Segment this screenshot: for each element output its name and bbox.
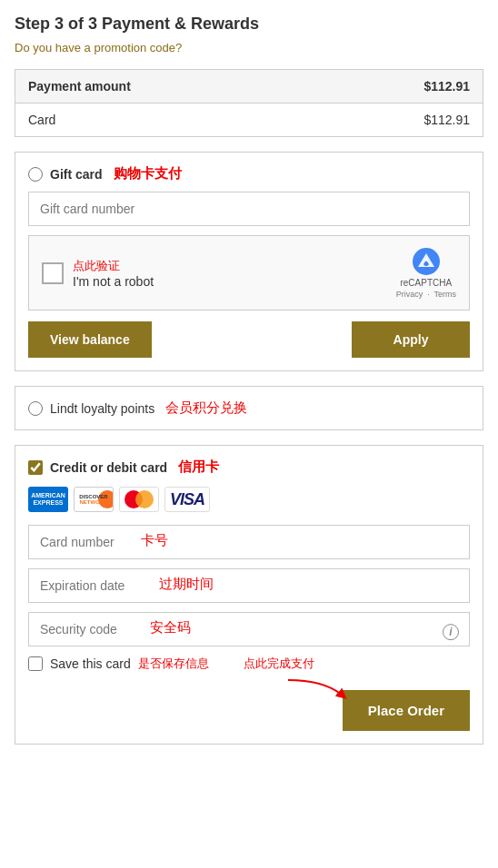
recaptcha-right: reCAPTCHA Privacy · Terms [396, 247, 456, 299]
security-code-field-container: 安全码 i [28, 612, 470, 656]
place-order-button[interactable]: Place Order [343, 690, 470, 731]
payment-summary: Payment amount $112.91 Card $112.91 [15, 69, 483, 137]
expiry-chinese: 过期时间 [159, 576, 214, 593]
save-card-chinese: 是否保存信息 [138, 656, 209, 672]
apply-button[interactable]: Apply [352, 321, 470, 358]
loyalty-label: Lindt loyalty points [50, 401, 154, 416]
recaptcha-left: 点此验证 I'm not a robot [42, 258, 154, 289]
loyalty-row: Lindt loyalty points 会员积分兑换 [28, 399, 470, 417]
gift-card-label: Gift card [50, 167, 103, 182]
recaptcha-links: Privacy · Terms [396, 290, 456, 299]
security-info-icon[interactable]: i [443, 624, 459, 640]
gift-card-section: Gift card 购物卡支付 点此验证 I'm not a robot reC… [15, 152, 483, 371]
save-card-label: Save this card [50, 656, 131, 671]
save-card-row: Save this card 是否保存信息 点此完成支付 [28, 656, 470, 672]
view-balance-button[interactable]: View balance [28, 321, 152, 358]
credit-card-checkbox[interactable] [28, 460, 43, 475]
gift-card-chinese: 购物卡支付 [114, 165, 182, 182]
page-title: Step 3 of 3 Payment & Rewards [15, 15, 483, 34]
complete-payment-chinese: 点此完成支付 [244, 656, 314, 672]
security-code-input[interactable] [28, 612, 470, 646]
gift-card-input[interactable] [28, 192, 470, 226]
save-card-checkbox[interactable] [28, 656, 43, 671]
recaptcha-text-block: 点此验证 I'm not a robot [73, 258, 154, 289]
visa-logo-icon: VISA [164, 487, 210, 512]
arrow-icon [279, 676, 352, 703]
credit-card-label: Credit or debit card [50, 460, 167, 475]
recaptcha-checkbox[interactable] [42, 262, 64, 284]
card-amount: $112.91 [423, 113, 470, 127]
payment-summary-header: Payment amount $112.91 [15, 70, 483, 104]
gift-card-radio-label: Gift card 购物卡支付 [28, 165, 470, 182]
recaptcha-box[interactable]: 点此验证 I'm not a robot reCAPTCHA Privacy ·… [28, 235, 470, 311]
place-order-row: Place Order [28, 685, 470, 731]
payment-amount-label: Payment amount [28, 79, 131, 94]
credit-card-section: Credit or debit card 信用卡 AMERICANEXPRESS… [15, 445, 483, 745]
recaptcha-verify-label: 点此验证 [73, 258, 154, 274]
card-label: Card [28, 113, 55, 127]
recaptcha-brand-text: reCAPTCHA [400, 278, 452, 288]
credit-card-chinese: 信用卡 [178, 459, 219, 476]
card-number-field-container: 卡号 [28, 525, 470, 568]
expiry-input[interactable] [28, 568, 470, 603]
expiry-field-container: 过期时间 [28, 568, 470, 612]
recaptcha-terms-link[interactable]: Terms [434, 290, 457, 299]
recaptcha-logo-icon [412, 247, 441, 276]
recaptcha-not-robot: I'm not a robot [73, 274, 154, 289]
payment-amount-value: $112.91 [423, 79, 470, 94]
loyalty-section: Lindt loyalty points 会员积分兑换 [15, 386, 483, 430]
card-logos: AMERICANEXPRESS DISCOVERNETWORK VISA [28, 487, 470, 512]
loyalty-radio[interactable] [28, 401, 43, 416]
gift-card-radio[interactable] [28, 167, 43, 182]
promo-link[interactable]: Do you have a promotion code? [15, 41, 483, 54]
card-number-input[interactable] [28, 525, 470, 559]
loyalty-chinese: 会员积分兑换 [165, 399, 247, 417]
recaptcha-privacy-link[interactable]: Privacy [396, 290, 423, 299]
security-code-chinese: 安全码 [150, 619, 191, 636]
gift-card-button-row: View balance Apply [28, 321, 470, 358]
mastercard-logo-icon [119, 487, 159, 512]
card-number-chinese: 卡号 [141, 532, 168, 549]
arrow-annotation [279, 676, 352, 703]
credit-card-header: Credit or debit card 信用卡 [28, 459, 470, 476]
payment-summary-row: Card $112.91 [15, 104, 483, 136]
amex-logo-icon: AMERICANEXPRESS [28, 487, 68, 512]
discover-logo-icon: DISCOVERNETWORK [74, 487, 114, 512]
